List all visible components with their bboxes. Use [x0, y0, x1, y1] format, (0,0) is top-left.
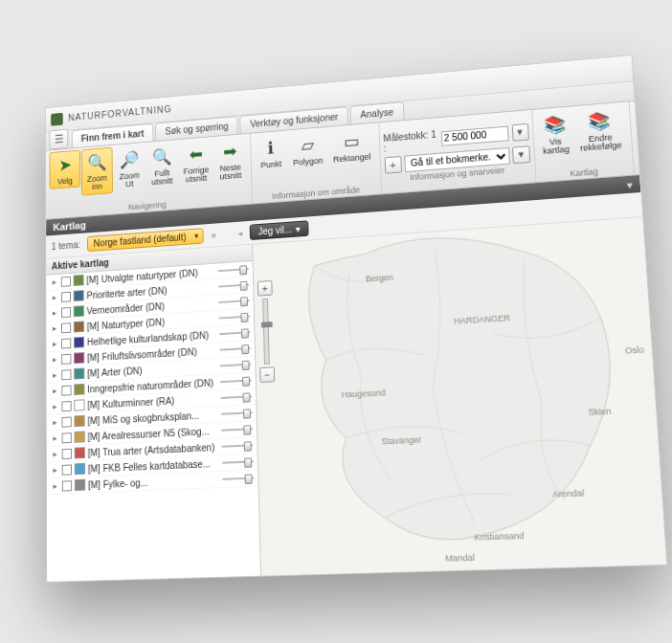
layer-checkbox[interactable] — [62, 464, 72, 475]
map-zoom-tool: + − — [258, 280, 275, 383]
zoom-slider[interactable] — [262, 299, 270, 365]
opacity-slider[interactable] — [221, 440, 253, 451]
layer-checkbox[interactable] — [61, 307, 71, 318]
opacity-slider[interactable] — [222, 473, 254, 483]
layer-symbol-icon — [74, 321, 84, 332]
nav-button-5[interactable]: ➡Neste utsnitt — [213, 136, 247, 186]
expand-icon[interactable]: ▸ — [50, 339, 58, 348]
layer-checkbox[interactable] — [61, 401, 71, 411]
nav-button-4[interactable]: ⬅Forrige utsnitt — [178, 139, 213, 188]
nav-icon-4: ⬅ — [184, 142, 208, 166]
expand-icon[interactable]: ▸ — [50, 323, 58, 333]
expand-icon[interactable]: ▸ — [50, 355, 58, 365]
zoom-in-button[interactable]: + — [258, 280, 273, 297]
tab-3[interactable]: Analyse — [349, 101, 404, 124]
layer-checkbox[interactable] — [61, 276, 71, 286]
layer-symbol-icon — [74, 352, 84, 364]
brand-text: NATURFORVALTNING — [68, 104, 171, 123]
opacity-slider[interactable] — [217, 264, 249, 276]
layer-symbol-icon — [75, 463, 85, 475]
scale-dropdown-button[interactable]: ▾ — [511, 122, 528, 141]
layer-symbol-icon — [74, 415, 84, 427]
theme-close-icon[interactable]: × — [211, 230, 216, 241]
scale-input[interactable] — [440, 125, 508, 145]
layer-checkbox[interactable] — [62, 480, 72, 491]
map-pane[interactable]: BergenHARDANGERHaugesundStavangerKristia… — [253, 217, 666, 575]
layer-symbol-icon — [75, 479, 85, 491]
theme-prev-icon[interactable]: ◂ — [238, 228, 243, 238]
jeg-vil-button[interactable]: Jeg vil... ▾ — [250, 220, 309, 240]
opacity-slider[interactable] — [222, 456, 254, 467]
nav-button-3[interactable]: 🔍Fullt utsnitt — [146, 142, 178, 190]
opacity-slider[interactable] — [220, 376, 252, 388]
layer-symbol-icon — [75, 432, 85, 443]
nav-label-0: Velg — [57, 177, 73, 187]
bookmark-go-button[interactable]: ▾ — [512, 145, 530, 164]
layer-checkbox[interactable] — [61, 385, 71, 395]
layer-checkbox[interactable] — [61, 291, 71, 301]
theme-selected-label: Norge fastland (default) — [94, 232, 187, 248]
chevron-down-icon: ▾ — [296, 224, 301, 234]
opacity-slider[interactable] — [221, 424, 253, 435]
expand-icon[interactable]: ▸ — [50, 386, 58, 395]
expand-icon[interactable]: ▸ — [51, 465, 59, 475]
help-label-0: Hjelp (engelsk) — [638, 128, 668, 149]
expand-icon[interactable]: ▸ — [50, 417, 58, 427]
layer-checkbox[interactable] — [61, 338, 71, 348]
info-icon-0: ℹ — [258, 136, 282, 162]
opacity-slider[interactable] — [220, 391, 252, 403]
theme-select[interactable]: Norge fastland (default) — [87, 228, 203, 252]
layer-checkbox[interactable] — [61, 322, 71, 333]
nav-button-2[interactable]: 🔎Zoom Ut — [113, 144, 146, 193]
info-button-0[interactable]: ℹPunkt — [254, 132, 287, 173]
layer-checkbox[interactable] — [61, 353, 71, 364]
info-icon-2: ▭ — [339, 129, 364, 155]
info-button-1[interactable]: ▱Polygon — [287, 129, 327, 171]
layer-checkbox[interactable] — [62, 448, 72, 458]
expand-icon[interactable]: ▸ — [50, 402, 58, 411]
expand-icon[interactable]: ▸ — [50, 370, 58, 380]
nav-label-4: Forrige utsnitt — [183, 166, 209, 185]
expand-icon[interactable]: ▸ — [50, 277, 58, 287]
layer-symbol-icon — [74, 290, 84, 301]
opacity-slider[interactable] — [220, 360, 252, 371]
expand-icon[interactable]: ▸ — [50, 293, 58, 302]
opacity-slider[interactable] — [218, 296, 250, 307]
app-window: NATURFORVALTNING ☰ Finn frem i kartSøk o… — [45, 55, 668, 583]
menu-toggle-button[interactable]: ☰ — [49, 129, 68, 150]
kartlag-button-1[interactable]: 📚Endre rekkefølge — [572, 104, 628, 157]
expand-icon[interactable]: ▸ — [51, 449, 59, 458]
nav-icon-3: 🔍 — [150, 144, 173, 169]
expand-icon[interactable]: ▸ — [51, 433, 59, 443]
kartlag-title: Kartlag — [53, 219, 85, 233]
layer-symbol-icon — [74, 275, 84, 286]
opacity-slider[interactable] — [219, 327, 251, 339]
nav-button-1[interactable]: 🔍Zoom inn — [81, 147, 113, 196]
group-title-help: Hjelp — [638, 156, 668, 173]
layer-checkbox[interactable] — [61, 416, 71, 427]
opacity-slider[interactable] — [218, 280, 250, 292]
opacity-slider[interactable] — [218, 312, 250, 323]
main-area: Aktive kartlag ▸[M] Utvalgte naturtyper … — [46, 217, 666, 582]
collapse-panel-icon[interactable]: ▾ — [627, 179, 633, 189]
help-button-0[interactable]: ?Hjelp (engelsk) — [634, 100, 668, 152]
bookmark-add-button[interactable]: + — [384, 156, 401, 174]
opacity-slider[interactable] — [221, 408, 253, 419]
kartlag-label-0: Vis kartlag — [542, 137, 570, 157]
zoom-out-button[interactable]: − — [259, 366, 275, 383]
nav-button-0[interactable]: ➤Velg — [50, 150, 81, 190]
theme-count-label: 1 tema: — [52, 239, 80, 251]
layer-symbol-icon — [74, 384, 84, 395]
opacity-slider[interactable] — [219, 344, 251, 355]
nav-icon-1: 🔍 — [85, 150, 108, 175]
layer-name: [M] FKB Felles kartdatabase... — [88, 457, 219, 474]
expand-icon[interactable]: ▸ — [50, 308, 58, 318]
help-icon-0: ? — [642, 103, 668, 130]
kartlag-icon-1: 📚 — [586, 108, 613, 135]
layer-checkbox[interactable] — [61, 369, 71, 380]
layer-checkbox[interactable] — [62, 432, 72, 443]
expand-icon[interactable]: ▸ — [51, 481, 59, 491]
info-button-2[interactable]: ▭Rektangel — [327, 125, 376, 167]
info-icon-1: ▱ — [295, 132, 320, 158]
kartlag-button-0[interactable]: 📚Vis kartlag — [536, 108, 574, 160]
